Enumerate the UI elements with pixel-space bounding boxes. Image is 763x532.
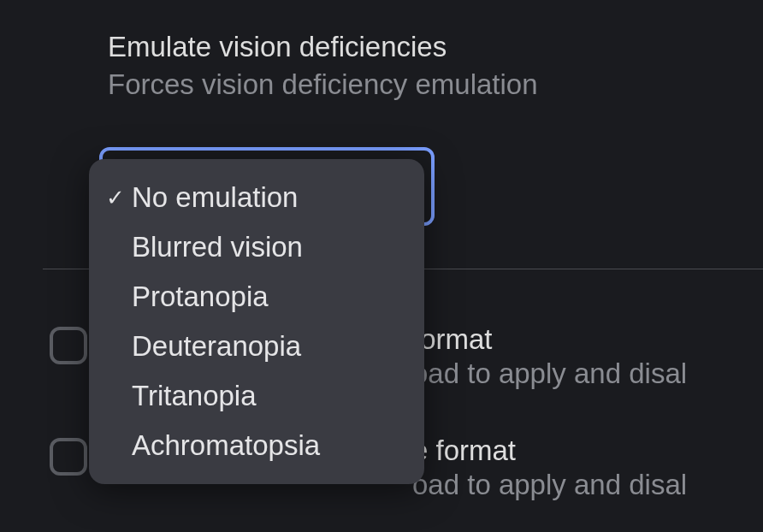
format-checkbox-1[interactable]: [50, 327, 87, 364]
dropdown-option-label: Achromatopsia: [132, 429, 320, 462]
dropdown-option-tritanopia[interactable]: Tritanopia: [89, 371, 424, 421]
dropdown-option-blurred-vision[interactable]: Blurred vision: [89, 222, 424, 272]
dropdown-option-label: Deuteranopia: [132, 330, 301, 363]
format-checkbox-2[interactable]: [50, 438, 87, 476]
vision-deficiency-desc: Forces vision deficiency emulation: [108, 68, 763, 101]
dropdown-option-label: No emulation: [132, 181, 298, 214]
format-text-1: format oad to apply and disal: [412, 323, 687, 390]
format-title-1: format: [412, 323, 687, 356]
dropdown-option-no-emulation[interactable]: ✓ No emulation: [89, 173, 424, 222]
dropdown-option-deuteranopia[interactable]: Deuteranopia: [89, 322, 424, 371]
dropdown-option-label: Blurred vision: [132, 231, 303, 263]
dropdown-option-label: Tritanopia: [132, 380, 257, 412]
dropdown-option-label: Protanopia: [132, 281, 269, 313]
format-title-2: e format: [412, 434, 687, 467]
vision-deficiency-section: Emulate vision deficiencies Forces visio…: [0, 0, 763, 101]
format-text-2: e format oad to apply and disal: [412, 434, 687, 501]
format-desc-2: oad to apply and disal: [412, 469, 687, 501]
format-desc-1: oad to apply and disal: [412, 358, 687, 390]
dropdown-option-achromatopsia[interactable]: Achromatopsia: [89, 421, 424, 470]
dropdown-option-protanopia[interactable]: Protanopia: [89, 272, 424, 322]
vision-deficiency-dropdown[interactable]: ✓ No emulation Blurred vision Protanopia…: [89, 159, 424, 484]
vision-deficiency-title: Emulate vision deficiencies: [108, 31, 763, 63]
check-icon: ✓: [106, 185, 132, 211]
